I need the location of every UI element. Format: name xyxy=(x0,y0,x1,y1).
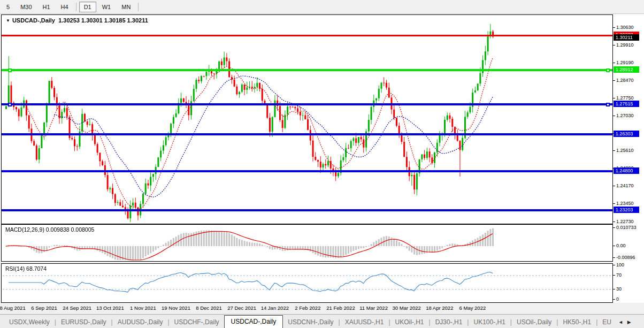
axis-tick-mark xyxy=(613,186,615,186)
axis-tick-mark xyxy=(613,222,615,222)
rsi-axis-label: 30 xyxy=(616,286,622,292)
date-tick-label: 13 Oct 2021 xyxy=(96,305,124,311)
axis-tick-mark xyxy=(613,27,615,28)
tab-usdcnh-daily[interactable]: USDCNH-,Daily xyxy=(283,316,338,328)
date-tick-label: 19 Nov 2021 xyxy=(162,305,190,311)
ohlc-close: 1.30211 xyxy=(127,17,148,24)
ohlc-open: 1.30253 xyxy=(58,17,80,24)
timeframe-button-5[interactable]: 5 xyxy=(2,2,14,12)
support-line-1.27515[interactable] xyxy=(2,103,612,105)
line-anchor-handle[interactable] xyxy=(8,68,12,72)
price-tick-label: 1.29910 xyxy=(616,42,634,48)
price-tick-label: 1.29190 xyxy=(616,60,634,66)
tab-usdcad-daily[interactable]: USDCAD-,Daily xyxy=(224,315,283,328)
timeframe-button-d1[interactable]: D1 xyxy=(79,2,96,12)
date-tick-label: 21 Feb 2022 xyxy=(326,305,355,311)
toolbar-separator xyxy=(76,3,76,11)
axis-tick-mark xyxy=(613,265,615,265)
tab-eu[interactable]: EU xyxy=(597,316,616,328)
chart-tab-bar: USDX,Weekly|EURUSD-,Daily|AUDUSD-,Daily|… xyxy=(0,314,644,328)
date-tick-label: 18 Aug 2021 xyxy=(0,305,26,311)
date-tick-label: 30 Mar 2022 xyxy=(393,305,421,311)
rsi-axis-label: 70 xyxy=(616,272,622,278)
tab-audusd-daily[interactable]: AUDUSD-,Daily xyxy=(113,316,168,328)
ohlc-low: 1.30185 xyxy=(104,17,126,24)
axis-tick-mark xyxy=(613,45,615,45)
price-badge-black: 1.30211 xyxy=(614,34,639,41)
tab-scroll-right[interactable]: ▶ xyxy=(625,319,633,328)
support-line-1.248[interactable] xyxy=(2,170,612,172)
tab-xauusd-h1[interactable]: XAUUSD-,H1 xyxy=(340,316,389,328)
rsi-indicator-pane: RSI(14) 68.7074 xyxy=(1,263,613,303)
price-tick-label: 1.27030 xyxy=(616,113,634,119)
price-badge-blue: 1.26303 xyxy=(614,131,639,137)
date-axis[interactable]: 18 Aug 20216 Sep 202124 Sep 202113 Oct 2… xyxy=(1,303,613,314)
tab-usoil-daily[interactable]: USOil-,Daily xyxy=(512,316,556,328)
rsi-axis-label: 100 xyxy=(616,262,624,268)
trading-terminal-window: 5M30H1H4D1W1MN ▼USDCAD-,Daily 1.30253 1.… xyxy=(0,0,644,328)
main-chart-pane: ▼USDCAD-,Daily 1.30253 1.30301 1.30185 1… xyxy=(1,14,613,224)
axis-tick-mark xyxy=(613,150,615,151)
tab-usdchf-daily[interactable]: USDCHF-,Daily xyxy=(170,316,224,328)
axis-tick-mark xyxy=(613,98,615,98)
date-tick-label: 6 May 2022 xyxy=(459,305,486,311)
timeframe-button-m30[interactable]: M30 xyxy=(16,2,36,12)
axis-tick-mark xyxy=(613,275,615,276)
line-anchor-handle[interactable] xyxy=(606,103,610,106)
tab-hk50-h1[interactable]: HK50-,H1 xyxy=(558,316,596,328)
timeframe-button-h4[interactable]: H4 xyxy=(56,2,73,12)
support-line-1.28912[interactable] xyxy=(2,69,612,71)
macd-axis-label: 0.010733 xyxy=(616,225,637,231)
ohlc-high: 1.30301 xyxy=(81,17,103,24)
timeframe-button-h1[interactable]: H1 xyxy=(38,2,55,12)
date-tick-label: 8 Dec 2021 xyxy=(196,305,222,311)
axis-tick-mark xyxy=(613,257,615,258)
axis-tick-mark xyxy=(613,80,615,81)
toolbar-separator xyxy=(138,3,139,11)
chart-title: ▼USDCAD-,Daily 1.30253 1.30301 1.30185 1… xyxy=(6,17,148,24)
chart-symbol-label: USDCAD-,Daily xyxy=(12,17,55,24)
price-badge-blue: 1.24800 xyxy=(614,167,639,174)
macd-label: MACD(12,26,9) 0.009838 0.008005 xyxy=(5,226,94,233)
tab-eurusd-daily[interactable]: EURUSD-,Daily xyxy=(56,316,111,328)
chart-dropdown-icon[interactable]: ▼ xyxy=(6,18,10,23)
macd-axis-label: -0.00896 xyxy=(616,255,635,261)
rsi-label: RSI(14) 68.7074 xyxy=(5,265,47,272)
line-anchor-handle[interactable] xyxy=(606,68,610,72)
date-tick-label: 6 Sep 2021 xyxy=(31,305,57,311)
date-tick-label: 2 Feb 2022 xyxy=(295,305,320,311)
axis-tick-mark xyxy=(613,63,615,63)
line-anchor-handle[interactable] xyxy=(8,103,12,106)
price-tick-label: 1.30630 xyxy=(616,25,634,30)
timeframe-button-w1[interactable]: W1 xyxy=(97,2,116,12)
price-badge-blue: 1.23203 xyxy=(614,207,639,213)
resistance-line-1.30328[interactable] xyxy=(2,35,612,36)
tab-scroll-left[interactable]: ◄ xyxy=(616,319,625,328)
price-axis[interactable]: 1.306301.299101.291901.284701.277501.270… xyxy=(613,14,644,303)
macd-axis-label: 0.00 xyxy=(616,243,626,249)
date-tick-label: 11 Mar 2022 xyxy=(359,305,388,311)
axis-tick-mark xyxy=(613,289,615,289)
tab-ukoil-h1[interactable]: UKOil-,H1 xyxy=(390,316,429,328)
axis-tick-mark xyxy=(613,203,615,204)
price-tick-label: 1.28470 xyxy=(616,78,634,83)
date-tick-label: 27 Dec 2021 xyxy=(227,305,256,311)
support-line-1.26303[interactable] xyxy=(2,133,612,135)
date-tick-label: 1 Nov 2021 xyxy=(130,305,156,311)
date-tick-label: 18 Apr 2022 xyxy=(426,305,453,311)
axis-tick-mark xyxy=(613,246,615,246)
price-badge-blue: 1.27515 xyxy=(614,101,639,107)
rsi-canvas[interactable] xyxy=(2,264,612,302)
timeframe-button-mn[interactable]: MN xyxy=(117,2,135,12)
axis-tick-mark xyxy=(613,116,615,116)
support-line-1.23203[interactable] xyxy=(2,209,612,211)
candlestick-chart-canvas[interactable] xyxy=(2,15,612,224)
tab-usdx-weekly[interactable]: USDX,Weekly xyxy=(4,316,55,328)
price-tick-label: 1.22730 xyxy=(616,219,634,225)
tab-dj30-h1[interactable]: DJ30-,H1 xyxy=(431,316,467,328)
date-tick-label: 24 Sep 2021 xyxy=(63,305,91,311)
timeframe-toolbar: 5M30H1H4D1W1MN xyxy=(0,0,644,14)
tab-uk100-h1[interactable]: UK100-,H1 xyxy=(469,316,510,328)
price-tick-label: 1.25610 xyxy=(616,148,634,154)
price-badge-green: 1.28912 xyxy=(614,66,639,73)
